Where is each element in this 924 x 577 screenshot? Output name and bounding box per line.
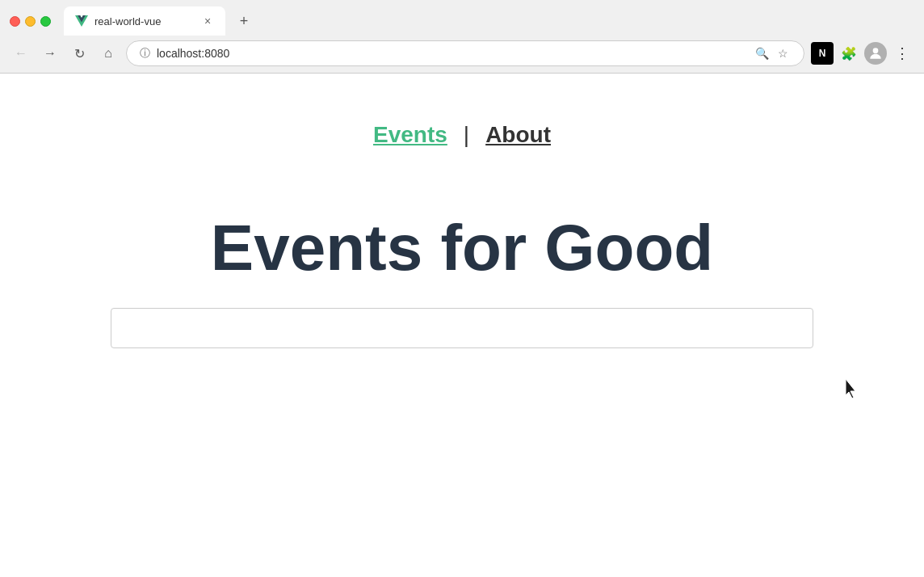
browser-chrome: real-world-vue × + ← → ↻ ⌂ ⓘ localhost:8… bbox=[0, 0, 924, 74]
extension-notion-icon[interactable]: N bbox=[811, 42, 834, 65]
minimize-button[interactable] bbox=[25, 16, 36, 27]
card-area bbox=[111, 308, 813, 348]
browser-actions: N 🧩 ⋮ bbox=[811, 41, 914, 65]
nav-events-link[interactable]: Events bbox=[373, 122, 447, 148]
svg-point-0 bbox=[873, 48, 879, 53]
maximize-button[interactable] bbox=[40, 16, 51, 27]
page-content: Events | About Events for Good bbox=[0, 74, 924, 537]
nav-separator: | bbox=[464, 122, 469, 148]
reload-button[interactable]: ↻ bbox=[68, 42, 90, 65]
bookmark-icon[interactable]: ☆ bbox=[775, 45, 791, 61]
extensions-button[interactable]: 🧩 bbox=[837, 41, 861, 65]
nav-about-link[interactable]: About bbox=[485, 122, 551, 148]
hero-title: Events for Good bbox=[211, 213, 713, 284]
traffic-lights bbox=[10, 16, 51, 27]
tab-close-button[interactable]: × bbox=[201, 15, 214, 27]
tab-title: real-world-vue bbox=[94, 15, 195, 27]
hero-section: Events for Good bbox=[0, 180, 924, 284]
address-text: localhost:8080 bbox=[157, 47, 229, 60]
profile-button[interactable] bbox=[864, 42, 887, 65]
zoom-icon[interactable]: 🔍 bbox=[754, 45, 770, 61]
security-icon: ⓘ bbox=[140, 46, 150, 61]
title-bar: real-world-vue × + bbox=[0, 0, 924, 36]
app-nav: Events | About bbox=[373, 74, 551, 180]
tab-favicon bbox=[75, 15, 88, 27]
address-bar-row: ← → ↻ ⌂ ⓘ localhost:8080 🔍 ☆ N 🧩 bbox=[0, 36, 924, 73]
address-field[interactable]: ⓘ localhost:8080 🔍 ☆ bbox=[126, 40, 804, 66]
menu-button[interactable]: ⋮ bbox=[890, 41, 914, 65]
new-tab-button[interactable]: + bbox=[232, 9, 256, 33]
forward-button[interactable]: → bbox=[39, 42, 61, 65]
back-button[interactable]: ← bbox=[10, 42, 32, 65]
home-button[interactable]: ⌂ bbox=[97, 42, 120, 65]
address-icons: 🔍 ☆ bbox=[754, 45, 791, 61]
browser-tab[interactable]: real-world-vue × bbox=[64, 6, 225, 36]
close-button[interactable] bbox=[10, 16, 20, 27]
